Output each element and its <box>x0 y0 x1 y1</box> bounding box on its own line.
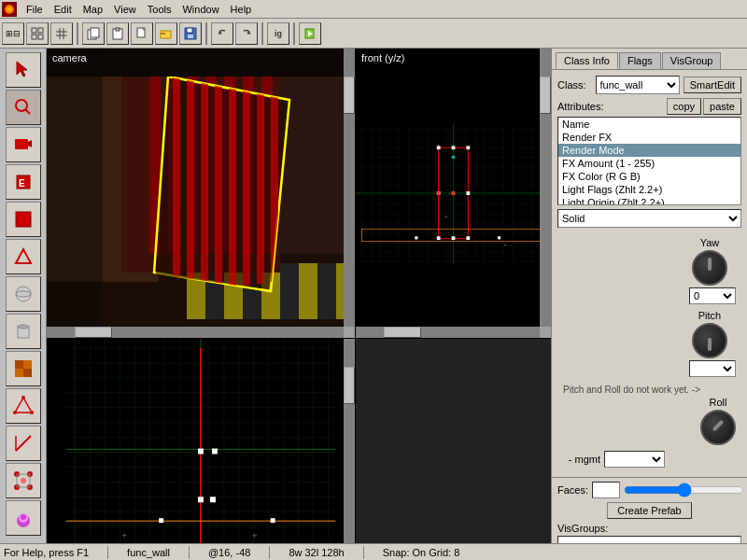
attr-fx-color[interactable]: FX Color (R G B) <box>558 170 740 183</box>
tool-block[interactable] <box>6 202 41 237</box>
svg-rect-86 <box>257 88 264 284</box>
tool-texture[interactable] <box>6 351 41 386</box>
pitch-select[interactable] <box>689 360 736 377</box>
value-select[interactable]: Solid Texture Color Glow Additive <box>557 209 741 228</box>
class-label: Class: <box>557 79 596 91</box>
svg-rect-135 <box>466 191 470 195</box>
svg-rect-145 <box>415 236 417 239</box>
svg-rect-67 <box>299 263 317 319</box>
paste-button[interactable]: paste <box>703 98 741 115</box>
front-scrollbar-h[interactable] <box>356 327 540 338</box>
tab-flags[interactable]: Flags <box>619 52 661 69</box>
status-snap: Snap: On Grid: 8 <box>383 547 460 558</box>
svg-rect-132 <box>452 146 456 149</box>
side-viewport[interactable]: + + <box>47 339 355 560</box>
attr-light-origin[interactable]: Light Origin (Zhlt 2.2+) <box>558 196 740 205</box>
tb-grid2[interactable] <box>50 22 73 45</box>
svg-text:+: + <box>444 215 448 221</box>
svg-rect-84 <box>229 84 236 287</box>
tool-camera[interactable] <box>6 127 41 162</box>
menu-edit[interactable]: Edit <box>49 3 78 16</box>
menu-view[interactable]: View <box>108 3 142 16</box>
tb-paste[interactable] <box>106 22 129 45</box>
svg-rect-189 <box>198 449 204 455</box>
rotation-panel: Yaw 0 Pitch Pitch and Roll do <box>552 233 747 477</box>
main-area: E <box>0 49 747 560</box>
tool-morph[interactable] <box>6 463 41 498</box>
faces-slider[interactable] <box>624 483 744 497</box>
menu-help[interactable]: Help <box>225 3 258 16</box>
tool-decal[interactable] <box>6 500 41 536</box>
pitch-label: Pitch <box>698 310 721 321</box>
attr-render-mode[interactable]: Render Mode <box>558 144 740 157</box>
tb-run[interactable] <box>299 22 321 45</box>
tb-new[interactable] <box>131 22 153 45</box>
front-viewport[interactable]: front (y/z) <box>356 49 551 338</box>
camera-viewport[interactable]: camera <box>47 49 355 338</box>
menu-file[interactable]: File <box>21 3 49 16</box>
svg-text:+: + <box>121 530 127 540</box>
faces-input[interactable] <box>592 482 620 498</box>
tb-save[interactable] <box>179 22 202 45</box>
left-toolbar: E <box>0 49 47 560</box>
tb-grid1[interactable] <box>26 22 49 45</box>
svg-marker-42 <box>15 398 32 413</box>
svg-rect-14 <box>116 28 120 31</box>
menu-tools[interactable]: Tools <box>142 3 177 16</box>
svg-rect-80 <box>173 77 180 291</box>
tab-visgroup[interactable]: VisGroup <box>662 52 722 69</box>
svg-rect-146 <box>498 236 500 239</box>
tool-magnify[interactable] <box>6 90 41 125</box>
tool-sphere[interactable] <box>6 276 41 312</box>
tb-undo[interactable] <box>211 22 233 45</box>
attr-light-flags[interactable]: Light Flags (Zhlt 2.2+) <box>558 183 740 196</box>
svg-rect-29 <box>15 139 28 149</box>
svg-marker-30 <box>28 140 32 147</box>
tb-copy[interactable] <box>82 22 105 45</box>
mgmt-select[interactable] <box>604 451 665 468</box>
right-panel: Class Info Flags VisGroup Class: func_wa… <box>551 49 747 560</box>
tool-wedge[interactable] <box>6 239 41 274</box>
tool-select[interactable] <box>6 52 41 88</box>
yaw-select[interactable]: 0 <box>689 287 736 304</box>
camera-scrollbar-h[interactable] <box>47 327 344 338</box>
roll-knob[interactable] <box>700 410 736 445</box>
tab-class-info[interactable]: Class Info <box>556 52 618 69</box>
attr-render-fx[interactable]: Render FX <box>558 131 740 144</box>
svg-rect-33 <box>16 212 31 227</box>
svg-point-143 <box>452 155 456 159</box>
faces-row: Faces: <box>557 482 741 498</box>
svg-rect-18 <box>161 33 165 35</box>
tb-open[interactable] <box>155 22 177 45</box>
tool-entity[interactable]: E <box>6 164 41 200</box>
tool-vertex[interactable] <box>6 388 41 424</box>
camera-scene <box>47 49 355 338</box>
camera-scrollbar-v[interactable] <box>344 49 355 327</box>
front-scrollbar-v[interactable] <box>540 49 551 327</box>
tool-cylinder[interactable] <box>6 314 41 349</box>
tool-clipper[interactable] <box>6 426 41 461</box>
menu-map[interactable]: Map <box>78 3 108 16</box>
class-select[interactable]: func_wall <box>596 76 680 94</box>
smartedit-button[interactable]: SmartEdit <box>684 77 741 93</box>
menu-window[interactable]: Window <box>176 3 224 16</box>
tb-select[interactable]: ⊞⊟ <box>2 22 24 45</box>
mgmt-row: - mgmt <box>557 449 741 469</box>
copy-button[interactable]: copy <box>667 98 701 115</box>
svg-rect-138 <box>466 236 470 240</box>
attr-name[interactable]: Name <box>558 118 740 131</box>
yaw-knob[interactable] <box>692 250 727 286</box>
svg-point-2 <box>7 7 12 12</box>
create-prefab-button[interactable]: Create Prefab <box>607 502 691 519</box>
pitch-knob[interactable] <box>692 323 727 358</box>
svg-rect-82 <box>201 80 208 290</box>
toolbar-sep-2 <box>205 22 207 45</box>
tb-redo[interactable] <box>235 22 258 45</box>
status-sep-1 <box>107 546 108 559</box>
side-scrollbar-v[interactable] <box>344 339 355 549</box>
svg-marker-26 <box>17 62 27 77</box>
tb-ig[interactable]: ig <box>267 22 289 45</box>
attributes-list[interactable]: Name Render FX Render Mode FX Amount (1 … <box>557 117 741 205</box>
svg-rect-41 <box>23 369 32 377</box>
attr-fx-amount[interactable]: FX Amount (1 - 255) <box>558 157 740 170</box>
